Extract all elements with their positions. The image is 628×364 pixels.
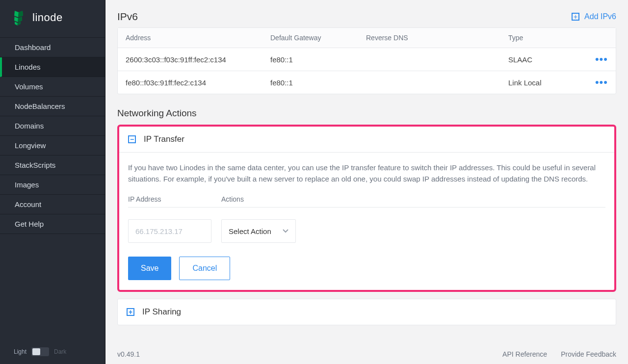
cancel-button-label: Cancel [192, 264, 217, 273]
table-row: fe80::f03c:91ff:fec2:c134 fe80::1 Link L… [118, 71, 616, 94]
sidebar-item-label: Linodes [15, 63, 41, 71]
col-header-rdns: Reverse DNS [366, 34, 508, 42]
brand-logo[interactable]: linode [0, 0, 105, 37]
footer-links: API Reference Provide Feedback [502, 350, 616, 358]
svg-marker-2 [14, 17, 18, 22]
cell-address: 2600:3c03::f03c:91ff:fec2:c134 [126, 55, 270, 64]
ip-transfer-header[interactable]: − IP Transfer [119, 127, 614, 153]
ipv6-title: IPv6 [117, 11, 138, 23]
col-header-gateway: Default Gateway [270, 34, 366, 42]
row-actions-icon[interactable]: ••• [595, 76, 608, 88]
svg-marker-0 [14, 11, 19, 17]
sidebar-item-label: Dashboard [15, 43, 51, 52]
ip-address-input [128, 219, 211, 243]
theme-switcher: Light Dark [0, 339, 105, 364]
sidebar-item-domains[interactable]: Domains [0, 116, 105, 136]
col-header-type: Type [508, 34, 588, 42]
field-labels: IP Address Actions [128, 195, 605, 203]
row-actions-icon[interactable]: ••• [595, 53, 608, 65]
svg-marker-8 [18, 22, 21, 26]
ip-transfer-title: IP Transfer [144, 134, 184, 144]
save-button[interactable]: Save [128, 257, 171, 280]
cell-gateway: fe80::1 [270, 55, 366, 64]
version-label: v0.49.1 [117, 350, 140, 358]
sidebar-item-label: Longview [15, 141, 46, 150]
label-actions: Actions [221, 195, 244, 203]
sidebar-item-label: NodeBalancers [15, 102, 65, 110]
ip-sharing-panel: + IP Sharing [117, 299, 616, 325]
ip-transfer-body: If you have two Linodes in the same data… [119, 153, 614, 290]
provide-feedback-link[interactable]: Provide Feedback [561, 350, 616, 358]
svg-marker-7 [18, 17, 22, 22]
ipv6-table: Address Default Gateway Reverse DNS Type… [117, 27, 616, 94]
sidebar-item-stackscripts[interactable]: StackScripts [0, 156, 105, 175]
page-footer: v0.49.1 API Reference Provide Feedback [117, 344, 616, 358]
label-ip-address: IP Address [128, 195, 221, 203]
add-ipv6-button[interactable]: + Add IPv6 [572, 12, 616, 21]
sidebar: linode Dashboard Linodes Volumes NodeBal… [0, 0, 105, 364]
sidebar-item-label: Account [15, 200, 41, 208]
svg-marker-4 [15, 22, 18, 26]
cell-type: SLAAC [508, 55, 588, 64]
toggle-knob [32, 348, 40, 355]
brand-name: linode [32, 11, 63, 24]
chevron-down-icon [283, 228, 288, 234]
theme-light-label: Light [14, 348, 26, 355]
theme-toggle[interactable] [31, 347, 49, 356]
sidebar-item-label: Images [15, 181, 39, 189]
sidebar-item-images[interactable]: Images [0, 175, 105, 195]
sidebar-nav: Dashboard Linodes Volumes NodeBalancers … [0, 37, 105, 234]
ipv6-section-header: IPv6 + Add IPv6 [117, 11, 616, 23]
ip-transfer-description: If you have two Linodes in the same data… [128, 162, 605, 184]
sidebar-item-label: Volumes [15, 82, 43, 91]
linode-logo-icon [12, 10, 27, 26]
sidebar-item-longview[interactable]: Longview [0, 136, 105, 156]
fields-row: Select Action [128, 207, 605, 243]
api-reference-link[interactable]: API Reference [502, 350, 547, 358]
select-placeholder: Select Action [229, 227, 271, 235]
cell-address: fe80::f03c:91ff:fec2:c134 [126, 78, 270, 87]
networking-actions-title: Networking Actions [117, 108, 616, 119]
sidebar-item-linodes[interactable]: Linodes [0, 57, 105, 77]
sidebar-item-account[interactable]: Account [0, 195, 105, 214]
ip-transfer-panel: − IP Transfer If you have two Linodes in… [117, 125, 616, 292]
theme-dark-label: Dark [54, 348, 66, 355]
action-select[interactable]: Select Action [221, 219, 296, 243]
col-header-address: Address [126, 34, 270, 42]
ip-sharing-header[interactable]: + IP Sharing [118, 299, 616, 325]
main-content: IPv6 + Add IPv6 Address Default Gateway … [105, 0, 628, 364]
sidebar-item-label: StackScripts [15, 161, 55, 169]
sidebar-item-gethelp[interactable]: Get Help [0, 214, 105, 234]
cell-gateway: fe80::1 [270, 78, 366, 87]
sidebar-item-dashboard[interactable]: Dashboard [0, 38, 105, 57]
button-row: Save Cancel [128, 257, 605, 280]
sidebar-item-volumes[interactable]: Volumes [0, 77, 105, 97]
svg-marker-6 [18, 11, 23, 17]
cell-type: Link Local [508, 78, 588, 87]
ipv6-table-header: Address Default Gateway Reverse DNS Type [118, 28, 616, 48]
table-row: 2600:3c03::f03c:91ff:fec2:c134 fe80::1 S… [118, 48, 616, 71]
ip-sharing-title: IP Sharing [142, 307, 181, 317]
add-ipv6-label: Add IPv6 [584, 12, 616, 21]
save-button-label: Save [141, 264, 158, 273]
sidebar-item-nodebalancers[interactable]: NodeBalancers [0, 97, 105, 116]
sidebar-item-label: Domains [15, 122, 44, 130]
plus-icon: + [572, 13, 579, 21]
sidebar-item-label: Get Help [15, 220, 44, 228]
collapse-icon: − [128, 135, 136, 143]
cancel-button[interactable]: Cancel [179, 257, 230, 280]
expand-icon: + [127, 308, 134, 316]
